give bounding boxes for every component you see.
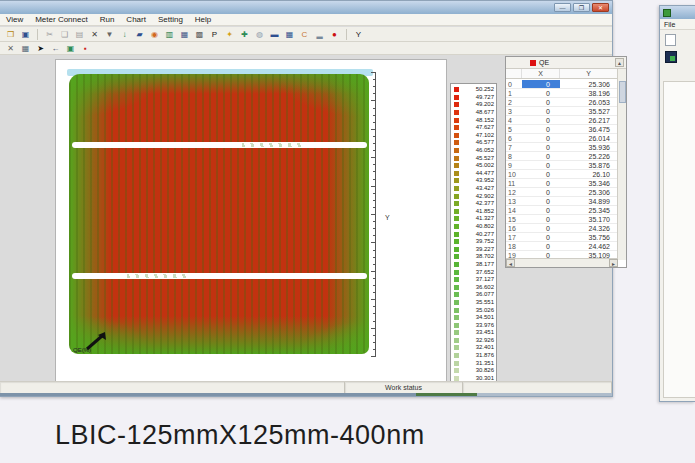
close-view-icon[interactable]: ✕ (4, 42, 17, 54)
y-value-cell[interactable]: 24.462 (560, 242, 618, 250)
table-row[interactable]: 11035.346 (506, 179, 618, 188)
y-value-cell[interactable]: 35.346 (560, 179, 618, 187)
horizontal-scrollbar[interactable]: ◄ ► (506, 258, 618, 267)
x-value-cell[interactable]: 0 (522, 134, 560, 142)
table-icon[interactable]: ▬ (268, 28, 281, 40)
scroll-up-button[interactable]: ▲ (615, 58, 624, 67)
table-row[interactable]: 18024.462 (506, 242, 618, 251)
cut-icon[interactable]: ✂ (43, 28, 56, 40)
marker-yellow-icon[interactable]: ✦ (223, 28, 236, 40)
x-value-cell[interactable]: 0 (522, 143, 560, 151)
title-bar[interactable]: — ❐ ✕ (0, 1, 612, 14)
y-value-cell[interactable]: 26.10 (560, 170, 618, 178)
x-value-cell[interactable]: 0 (522, 89, 560, 97)
x-value-cell[interactable]: 0 (522, 116, 560, 124)
y-value-cell[interactable]: 25.345 (560, 206, 618, 214)
table-row[interactable]: 17035.756 (506, 233, 618, 242)
close-button[interactable]: ✕ (592, 3, 609, 12)
folder-icon[interactable]: ▰ (133, 28, 146, 40)
grid-view-icon[interactable]: ▦ (19, 42, 32, 54)
new-document-icon[interactable] (665, 34, 676, 46)
points-icon[interactable]: P (208, 28, 221, 40)
vertical-scrollbar[interactable] (617, 69, 626, 260)
table-row[interactable]: 9035.876 (506, 161, 618, 170)
y-value-cell[interactable]: 24.326 (560, 224, 618, 232)
monitor-icon[interactable]: ▦ (178, 28, 191, 40)
x-value-cell[interactable]: 0 (522, 242, 560, 250)
cursor-icon[interactable]: ➤ (34, 42, 47, 54)
y-value-cell[interactable]: 25.306 (560, 80, 618, 88)
table-row[interactable]: 0025.306 (506, 80, 618, 89)
chart-icon[interactable]: ▥ (163, 28, 176, 40)
table-row[interactable]: 3035.527 (506, 107, 618, 116)
measurement-app-icon[interactable] (665, 51, 677, 63)
maximize-button[interactable]: ❐ (573, 3, 590, 12)
table-row[interactable]: 2026.053 (506, 98, 618, 107)
menu-item-view[interactable]: View (6, 15, 23, 24)
scan-icon[interactable]: ▩ (193, 28, 206, 40)
snapshot-icon[interactable]: ◍ (253, 28, 266, 40)
y-value-cell[interactable]: 36.475 (560, 125, 618, 133)
menu-item-chart[interactable]: Chart (126, 15, 146, 24)
table-row[interactable]: 8025.226 (506, 152, 618, 161)
table-row[interactable]: 14025.345 (506, 206, 618, 215)
y-value-cell[interactable]: 35.527 (560, 107, 618, 115)
x-value-cell[interactable]: 0 (522, 80, 560, 88)
x-value-cell[interactable]: 0 (522, 170, 560, 178)
save-icon[interactable]: ▣ (19, 28, 32, 40)
menu-item-meter-connect[interactable]: Meter Connect (35, 15, 87, 24)
table-row[interactable]: 5036.475 (506, 125, 618, 134)
y-value-cell[interactable]: 35.170 (560, 215, 618, 223)
y-value-cell[interactable]: 26.053 (560, 98, 618, 106)
y-value-cell[interactable]: 35.756 (560, 233, 618, 241)
scroll-right-button[interactable]: ► (609, 259, 618, 267)
table-row[interactable]: 16024.326 (506, 224, 618, 233)
x-value-cell[interactable]: 0 (522, 197, 560, 205)
x-value-cell[interactable]: 0 (522, 179, 560, 187)
vertical-scroll-thumb[interactable] (619, 81, 626, 103)
x-value-cell[interactable]: 0 (522, 206, 560, 214)
x-value-cell[interactable]: 0 (522, 224, 560, 232)
y-value-cell[interactable]: 35.876 (560, 161, 618, 169)
filter-down-icon[interactable]: ▼ (103, 28, 116, 40)
secondary-title-bar[interactable] (660, 6, 695, 19)
funnel-icon[interactable]: Y (352, 28, 365, 40)
minimize-button[interactable]: — (554, 3, 571, 12)
copyright-icon[interactable]: C (298, 28, 311, 40)
lbic-heatmap[interactable]: Y QE(%) (69, 69, 371, 359)
y-value-cell[interactable]: 34.899 (560, 197, 618, 205)
scroll-left-button[interactable]: ◄ (506, 259, 515, 267)
x-value-cell[interactable]: 0 (522, 233, 560, 241)
x-value-cell[interactable]: 0 (522, 107, 560, 115)
stop-icon[interactable]: ▪ (79, 42, 92, 54)
import-icon[interactable]: ↓ (118, 28, 131, 40)
y-value-cell[interactable]: 25.306 (560, 188, 618, 196)
x-value-cell[interactable]: 0 (522, 161, 560, 169)
menu-item-run[interactable]: Run (100, 15, 115, 24)
grid-icon[interactable]: ▦ (283, 28, 296, 40)
y-value-cell[interactable]: 26.217 (560, 116, 618, 124)
table-row[interactable]: 15035.170 (506, 215, 618, 224)
table-row[interactable]: 13034.899 (506, 197, 618, 206)
menu-item-help[interactable]: Help (195, 15, 211, 24)
copy-icon[interactable]: ❏ (58, 28, 71, 40)
level-icon[interactable]: ▂ (313, 28, 326, 40)
x-value-cell[interactable]: 0 (522, 125, 560, 133)
y-value-cell[interactable]: 35.936 (560, 143, 618, 151)
back-icon[interactable]: ← (49, 42, 62, 54)
table-row[interactable]: 1038.196 (506, 89, 618, 98)
y-value-cell[interactable]: 38.196 (560, 89, 618, 97)
open-icon[interactable]: ❒ (4, 28, 17, 40)
x-value-cell[interactable]: 0 (522, 188, 560, 196)
table-row[interactable]: 6026.014 (506, 134, 618, 143)
table-row[interactable]: 12025.306 (506, 188, 618, 197)
meter-icon[interactable]: ◉ (148, 28, 161, 40)
marker-green-icon[interactable]: ✚ (238, 28, 251, 40)
y-value-cell[interactable]: 25.226 (560, 152, 618, 160)
delete-icon[interactable]: ✕ (88, 28, 101, 40)
menu-item-setting[interactable]: Setting (158, 15, 183, 24)
y-value-cell[interactable]: 26.014 (560, 134, 618, 142)
x-value-cell[interactable]: 0 (522, 98, 560, 106)
menu-item-file[interactable]: File (664, 21, 675, 28)
x-value-cell[interactable]: 0 (522, 152, 560, 160)
